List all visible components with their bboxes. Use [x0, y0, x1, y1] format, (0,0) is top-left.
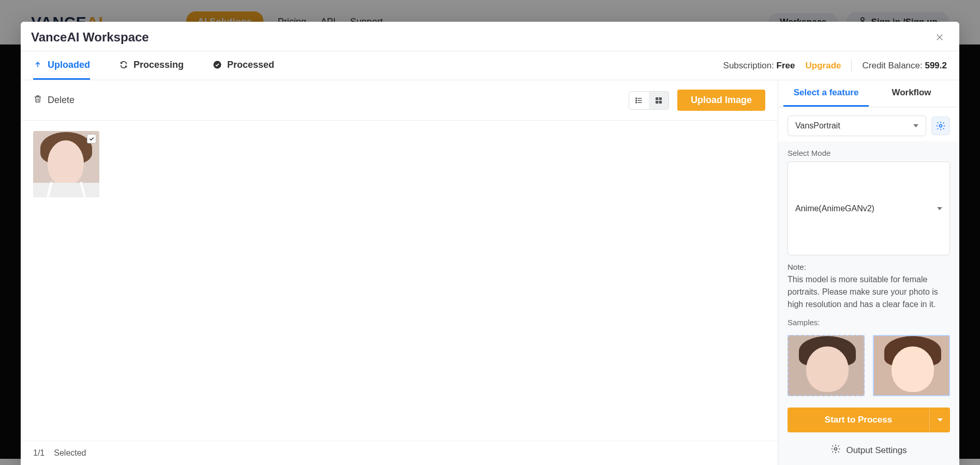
mode-select-value: Anime(AnimeGANv2)	[795, 204, 874, 213]
svg-rect-7	[656, 100, 658, 103]
tab-uploaded[interactable]: Uploaded	[33, 51, 90, 80]
model-select[interactable]: VansPortrait	[788, 115, 926, 136]
list-icon	[634, 96, 644, 105]
chevron-down-icon	[913, 124, 918, 127]
tab-processing-label: Processing	[133, 60, 184, 70]
start-process-button[interactable]: Start to Process	[788, 408, 929, 432]
gear-icon	[830, 444, 841, 457]
settings-pane: Select a feature Workflow VansPortrait S…	[778, 80, 959, 465]
svg-rect-8	[659, 100, 662, 103]
status-bar: Uploaded Processing Processed Subscripti…	[21, 51, 959, 80]
upgrade-link[interactable]: Upgrade	[806, 61, 841, 71]
svg-rect-5	[656, 97, 658, 100]
upload-image-button[interactable]: Upload Image	[677, 90, 765, 111]
close-button[interactable]	[932, 30, 947, 45]
svg-point-10	[835, 448, 837, 451]
tab-processing[interactable]: Processing	[119, 51, 184, 80]
start-process-dropdown[interactable]	[929, 408, 950, 432]
sample-before-image[interactable]	[788, 335, 865, 396]
gear-icon	[936, 121, 946, 131]
gallery-pane: Delete Upload Image	[21, 80, 778, 465]
note-text: This model is more suitable for female p…	[788, 273, 950, 311]
image-selected-checkbox[interactable]	[87, 134, 96, 143]
tab-processed[interactable]: Processed	[213, 51, 274, 80]
model-select-value: VansPortrait	[795, 121, 840, 130]
model-settings-button[interactable]	[931, 117, 950, 135]
upload-icon	[33, 60, 42, 69]
credit-balance: Credit Balance: 599.2	[862, 61, 947, 71]
svg-point-3	[636, 100, 637, 101]
delete-label: Delete	[48, 95, 75, 106]
refresh-icon	[119, 60, 128, 69]
image-gallery	[21, 121, 778, 441]
svg-rect-6	[659, 97, 662, 100]
note-heading: Note:	[788, 263, 950, 271]
chevron-down-icon	[938, 418, 943, 422]
tab-select-feature[interactable]: Select a feature	[783, 80, 869, 107]
mode-select[interactable]: Anime(AnimeGANv2)	[788, 162, 950, 255]
delete-button[interactable]: Delete	[33, 94, 75, 106]
uploaded-image-thumbnail[interactable]	[33, 131, 99, 197]
check-circle-icon	[213, 60, 222, 69]
selection-count: 1/1	[33, 448, 44, 458]
svg-point-9	[940, 125, 942, 127]
gallery-footer: 1/1 Selected	[21, 441, 778, 465]
output-settings-button[interactable]: Output Settings	[788, 442, 950, 460]
tab-uploaded-label: Uploaded	[48, 60, 90, 70]
mode-label: Select Mode	[788, 149, 950, 157]
grid-icon	[655, 96, 663, 105]
view-grid-button[interactable]	[649, 92, 669, 109]
process-row: Start to Process	[788, 408, 950, 432]
trash-icon	[33, 94, 42, 106]
svg-point-4	[636, 102, 637, 103]
sample-after-image[interactable]	[873, 335, 950, 396]
divider	[851, 60, 852, 72]
gallery-toolbar: Delete Upload Image	[21, 80, 778, 121]
close-icon	[935, 33, 944, 42]
samples-label: Samples:	[788, 318, 950, 327]
svg-point-2	[636, 98, 637, 99]
view-list-button[interactable]	[629, 92, 649, 109]
tab-workflow[interactable]: Workflow	[869, 80, 954, 107]
modal-header: VanceAI Workspace	[21, 22, 959, 51]
check-icon	[88, 136, 95, 142]
chevron-down-icon	[937, 207, 942, 210]
output-settings-label: Output Settings	[846, 445, 907, 456]
workspace-modal: VanceAI Workspace Uploaded Processing	[21, 22, 959, 465]
subscription-status: Subscription: Free	[723, 61, 795, 71]
view-toggle	[629, 91, 669, 110]
selection-label: Selected	[54, 448, 86, 458]
tab-processed-label: Processed	[227, 60, 274, 70]
modal-title: VanceAI Workspace	[31, 30, 149, 45]
